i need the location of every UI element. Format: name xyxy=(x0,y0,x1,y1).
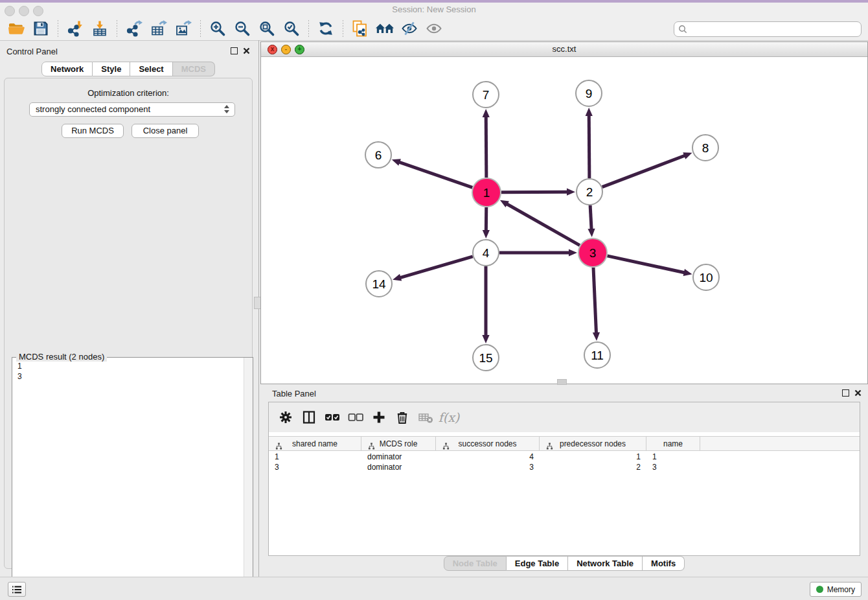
float-panel-icon[interactable] xyxy=(231,47,238,54)
column-header-shared-name[interactable]: shared name xyxy=(269,437,361,450)
zoom-fit-icon[interactable] xyxy=(257,19,277,38)
graph-edge-4-15[interactable] xyxy=(482,266,489,343)
delete-icon[interactable] xyxy=(391,408,414,427)
close-table-panel-icon[interactable] xyxy=(854,389,862,397)
tab-mcds[interactable]: MCDS xyxy=(173,62,215,76)
tab-style[interactable]: Style xyxy=(93,62,130,76)
close-panel-icon[interactable] xyxy=(243,47,250,54)
graph-edge-3-10[interactable] xyxy=(607,256,692,276)
svg-text:4: 4 xyxy=(483,246,490,260)
svg-text:6: 6 xyxy=(375,148,382,162)
layout-refresh-icon[interactable] xyxy=(316,19,336,38)
column-header-predecessor-nodes[interactable]: predecessor nodes xyxy=(540,437,646,450)
task-history-button[interactable] xyxy=(8,582,26,597)
zoom-selected-icon[interactable] xyxy=(282,19,301,38)
network-window-titlebar[interactable]: scc.txt x-+ xyxy=(261,42,867,57)
graph-edge-1-2[interactable] xyxy=(501,189,575,196)
tab-network[interactable]: Network xyxy=(41,62,93,76)
tab-node-table[interactable]: Node Table xyxy=(444,556,507,571)
open-folder-icon[interactable] xyxy=(6,19,26,38)
graph-node-3[interactable]: 3 xyxy=(578,238,607,267)
graph-edge-3-1[interactable] xyxy=(500,200,580,246)
column-tree-icon xyxy=(275,443,282,450)
graph-edge-1-6[interactable] xyxy=(392,159,472,187)
graph-node-4[interactable]: 4 xyxy=(473,240,499,266)
table-cell[interactable]: 3 xyxy=(436,462,540,472)
table-row[interactable]: 1dominator411 xyxy=(269,452,860,462)
network-from-selection-icon[interactable] xyxy=(350,19,370,38)
graph-edge-2-8[interactable] xyxy=(602,152,692,187)
float-table-panel-icon[interactable] xyxy=(842,389,849,397)
column-header-label: successor nodes xyxy=(458,439,516,448)
home-icon[interactable] xyxy=(375,19,394,38)
graph-node-14[interactable]: 14 xyxy=(366,271,392,297)
network-view[interactable]: 7968124314101511 xyxy=(261,57,867,383)
column-header-name[interactable]: name xyxy=(646,437,700,450)
graph-edge-1-4[interactable] xyxy=(483,207,490,238)
search-input[interactable] xyxy=(690,23,858,36)
add-icon[interactable] xyxy=(367,408,391,427)
run-mcds-button[interactable]: Run MCDS xyxy=(62,124,124,138)
graph-node-6[interactable]: 6 xyxy=(365,142,391,168)
table-cell[interactable]: 1 xyxy=(540,452,646,462)
import-network-icon[interactable] xyxy=(65,19,85,38)
table-cell[interactable]: 1 xyxy=(269,452,361,462)
tab-motifs[interactable]: Motifs xyxy=(643,556,685,571)
graph-edge-4-14[interactable] xyxy=(393,257,473,281)
memory-button[interactable]: Memory xyxy=(810,582,862,597)
graph-edge-3-11[interactable] xyxy=(593,268,600,341)
app-titlebar[interactable]: Session: New Session xyxy=(0,0,868,41)
network-window-title: scc.txt xyxy=(261,44,867,54)
graph-edge-2-9[interactable] xyxy=(586,108,593,178)
result-scrollbar[interactable] xyxy=(244,358,253,600)
export-network-icon[interactable] xyxy=(124,19,144,38)
network-window-minimize-button[interactable]: - xyxy=(281,45,291,54)
hide-eye-icon[interactable] xyxy=(400,19,419,38)
graph-node-1[interactable]: 1 xyxy=(472,178,501,207)
table-cell[interactable]: dominator xyxy=(361,452,436,462)
graph-node-8[interactable]: 8 xyxy=(692,135,718,161)
zoom-out-icon[interactable] xyxy=(233,19,252,38)
column-icon[interactable] xyxy=(297,408,321,427)
graph-node-15[interactable]: 15 xyxy=(473,345,499,371)
export-table-icon[interactable] xyxy=(149,19,168,38)
graph-node-10[interactable]: 10 xyxy=(693,264,719,290)
select-all-icon[interactable] xyxy=(321,408,344,427)
table-cell[interactable]: 3 xyxy=(269,462,361,472)
node-table: f(x) shared nameMCDS rolesuccessor nodes… xyxy=(268,402,860,556)
table-row[interactable]: 3dominator323 xyxy=(269,462,860,472)
close-panel-button[interactable]: Close panel xyxy=(131,124,199,138)
gear-icon[interactable] xyxy=(274,408,297,427)
column-header-MCDS-role[interactable]: MCDS role xyxy=(361,437,436,450)
table-cell[interactable]: 2 xyxy=(540,462,646,472)
table-cell[interactable]: 3 xyxy=(646,462,700,472)
zoom-in-icon[interactable] xyxy=(208,19,227,38)
graph-edge-1-7[interactable] xyxy=(483,109,490,178)
show-eye-icon[interactable] xyxy=(424,19,444,38)
save-session-icon[interactable] xyxy=(31,19,51,38)
network-window-close-button[interactable]: x xyxy=(268,45,277,54)
tab-select[interactable]: Select xyxy=(130,62,172,76)
svg-text:1: 1 xyxy=(483,186,490,200)
graph-node-11[interactable]: 11 xyxy=(584,342,610,368)
toolbar-separator xyxy=(117,20,117,37)
graph-node-2[interactable]: 2 xyxy=(577,179,602,205)
table-cell[interactable]: 1 xyxy=(646,452,700,462)
network-window-zoom-button[interactable]: + xyxy=(295,45,304,54)
criterion-select[interactable]: strongly connected component xyxy=(29,102,235,117)
graph-edge-4-3[interactable] xyxy=(499,249,577,256)
tab-edge-table[interactable]: Edge Table xyxy=(507,556,568,571)
table-cell[interactable]: dominator xyxy=(361,462,436,472)
graph-node-9[interactable]: 9 xyxy=(576,80,602,106)
column-header-successor-nodes[interactable]: successor nodes xyxy=(436,437,540,450)
import-table-icon[interactable] xyxy=(90,19,109,38)
deselect-all-icon[interactable] xyxy=(344,408,367,427)
tab-network-table[interactable]: Network Table xyxy=(568,556,643,571)
toolbar-separator xyxy=(308,20,309,37)
table-toolbar: f(x) xyxy=(269,402,860,432)
list-icon xyxy=(12,585,22,594)
graph-node-7[interactable]: 7 xyxy=(473,82,499,108)
graph-edge-2-3[interactable] xyxy=(588,205,595,237)
export-image-icon[interactable] xyxy=(174,19,193,38)
table-cell[interactable]: 4 xyxy=(436,452,540,462)
